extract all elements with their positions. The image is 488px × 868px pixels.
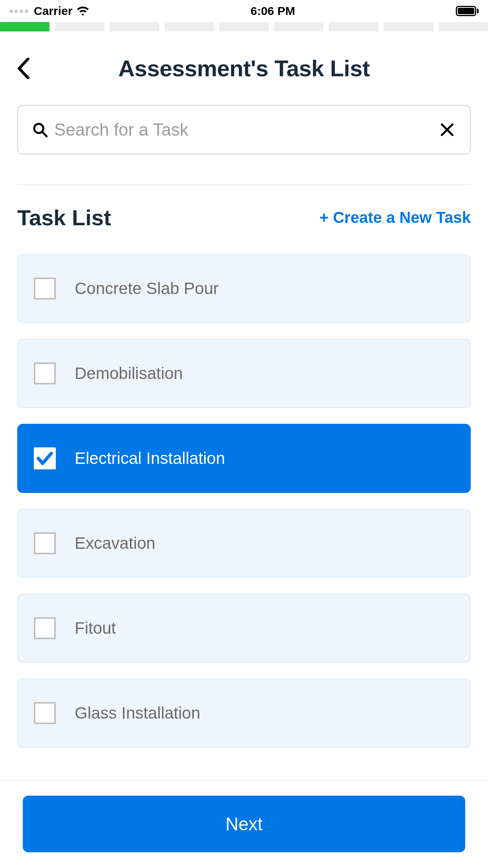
- battery-icon: [456, 6, 479, 16]
- task-label: Concrete Slab Pour: [75, 279, 219, 298]
- task-label: Excavation: [75, 534, 155, 553]
- next-button[interactable]: Next: [23, 796, 465, 852]
- task-checkbox[interactable]: [34, 278, 56, 300]
- task-label: Demobilisation: [75, 364, 183, 383]
- wifi-icon: [76, 4, 90, 18]
- task-checkbox[interactable]: [34, 532, 56, 554]
- progress-segment: [384, 22, 433, 31]
- task-item[interactable]: Fitout: [17, 594, 471, 663]
- search-icon: [32, 122, 48, 138]
- section-title: Task List: [17, 205, 111, 230]
- page-title: Assessment's Task List: [35, 55, 476, 81]
- progress-segment: [219, 22, 269, 31]
- signal-dots-icon: [9, 9, 28, 13]
- search-wrap: [0, 105, 488, 154]
- task-item[interactable]: Electrical Installation: [17, 424, 471, 493]
- task-checkbox[interactable]: [34, 702, 56, 724]
- create-task-button[interactable]: + Create a New Task: [319, 209, 471, 226]
- task-checkbox[interactable]: [34, 362, 56, 384]
- progress-segment: [0, 22, 50, 31]
- task-label: Glass Installation: [75, 704, 200, 723]
- search-input[interactable]: [54, 120, 432, 140]
- progress-segment: [55, 22, 105, 31]
- task-label: Fitout: [75, 619, 116, 638]
- progress-segment: [329, 22, 378, 31]
- page-header: Assessment's Task List: [0, 31, 488, 105]
- checkmark-icon: [36, 450, 53, 467]
- chevron-left-icon: [17, 58, 30, 79]
- task-label: Electrical Installation: [75, 449, 225, 468]
- progress-segment: [439, 22, 488, 31]
- back-button[interactable]: [12, 57, 35, 80]
- task-item[interactable]: Excavation: [17, 509, 471, 578]
- footer: Next: [0, 780, 488, 868]
- progress-bar: [0, 22, 488, 31]
- progress-segment: [165, 22, 214, 31]
- status-bar: Carrier 6:06 PM: [0, 0, 488, 22]
- status-left: Carrier: [9, 4, 90, 18]
- section-header: Task List + Create a New Task: [0, 185, 488, 254]
- task-item[interactable]: Demobilisation: [17, 339, 471, 408]
- progress-segment: [274, 22, 324, 31]
- task-item[interactable]: Concrete Slab Pour: [17, 254, 471, 323]
- task-item[interactable]: Glass Installation: [17, 679, 471, 748]
- clear-search-button[interactable]: [438, 121, 456, 138]
- close-icon: [440, 123, 454, 137]
- status-time: 6:06 PM: [251, 4, 295, 18]
- carrier-label: Carrier: [34, 4, 72, 18]
- task-list: Concrete Slab PourDemobilisationElectric…: [0, 254, 488, 749]
- task-checkbox[interactable]: [34, 617, 56, 639]
- progress-segment: [110, 22, 159, 31]
- search-box[interactable]: [17, 105, 471, 154]
- svg-line-1: [42, 132, 47, 136]
- task-checkbox[interactable]: [34, 447, 56, 469]
